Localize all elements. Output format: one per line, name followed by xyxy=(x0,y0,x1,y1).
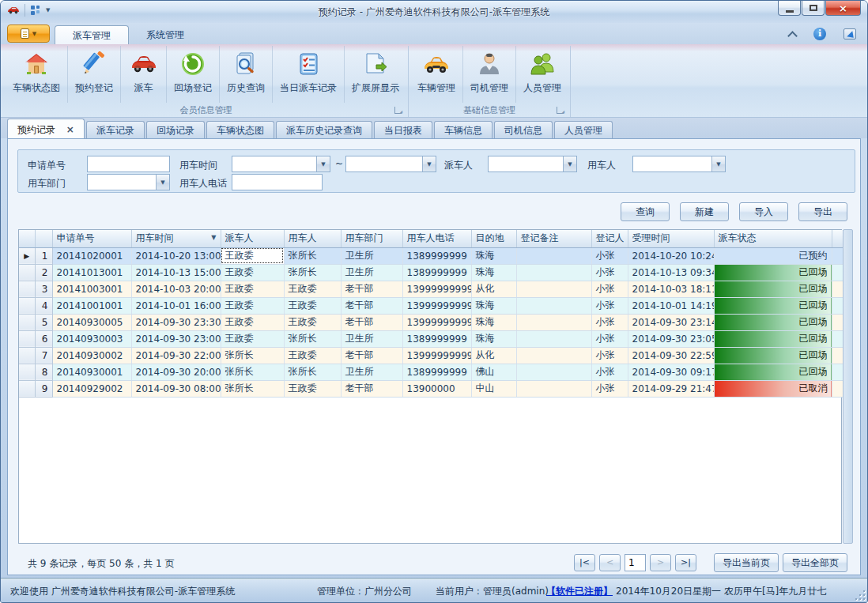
table-row[interactable]: 6201409300032014-09-30 23:00王政委张所长卫生所138… xyxy=(19,330,843,347)
collapse-ribbon-icon[interactable] xyxy=(787,31,798,41)
table-row[interactable]: 9201409290022014-09-30 08:00张所长王政委老干部139… xyxy=(19,380,843,397)
col-user[interactable]: 用车人 xyxy=(284,230,341,247)
cell-phone[interactable]: 1389999999 xyxy=(402,247,471,264)
doc-tab-vehicle-status-map[interactable]: 车辆状态图 xyxy=(206,121,274,138)
cell-dispatcher[interactable]: 张所长 xyxy=(221,380,284,397)
cell-dest[interactable]: 从化 xyxy=(471,347,516,364)
order-no-input[interactable] xyxy=(87,156,170,172)
cell-use-time[interactable]: 2014-09-30 20:00 xyxy=(131,364,221,380)
cell-phone[interactable]: 1389999999 xyxy=(402,364,471,380)
cell-use-time[interactable]: 2014-10-01 16:00 xyxy=(131,297,221,314)
use-time-to-select[interactable]: ▼ xyxy=(345,156,436,172)
resize-grip[interactable] xyxy=(855,590,865,600)
cell-remark[interactable] xyxy=(516,297,591,314)
cell-user[interactable]: 王政委 xyxy=(284,347,341,364)
cell-registrar[interactable]: 小张 xyxy=(591,380,628,397)
cell-user[interactable]: 张所长 xyxy=(284,247,341,264)
col-dept[interactable]: 用车部门 xyxy=(341,230,402,247)
cell-dest[interactable]: 珠海 xyxy=(471,314,516,330)
cell-order-no[interactable]: 20141001001 xyxy=(52,297,131,314)
cell-accept-time[interactable]: 2014-09-29 21:47 xyxy=(628,380,714,397)
cell-accept-time[interactable]: 2014-10-03 18:11 xyxy=(628,281,714,297)
cell-status[interactable]: 已回场 xyxy=(714,347,832,364)
cell-dept[interactable]: 卫生所 xyxy=(341,364,402,380)
cell-dept[interactable]: 老干部 xyxy=(341,314,402,330)
chevron-down-icon[interactable]: ▼ xyxy=(563,156,576,171)
doc-tab-daily-report[interactable]: 当日报表 xyxy=(374,121,432,138)
history-query-button[interactable]: 历史查询 xyxy=(220,46,273,103)
cell-phone[interactable]: 13999999999 xyxy=(402,347,471,364)
doc-tab-dispatch-history-query[interactable]: 派车历史记录查询 xyxy=(276,121,372,138)
cell-accept-time[interactable]: 2014-09-30 23:05 xyxy=(628,330,714,347)
first-page-button[interactable]: |< xyxy=(574,554,595,571)
cell-remark[interactable] xyxy=(516,314,591,330)
cell-dest[interactable]: 佛山 xyxy=(471,364,516,380)
cell-remark[interactable] xyxy=(516,330,591,347)
export-button[interactable]: 导出 xyxy=(798,202,847,221)
cell-dept[interactable]: 卫生所 xyxy=(341,247,402,264)
tab-close-icon[interactable]: × xyxy=(66,124,74,135)
vehicle-status-map-button[interactable]: 车辆状态图 xyxy=(6,46,68,103)
cell-accept-time[interactable]: 2014-10-13 09:34 xyxy=(628,264,714,281)
chevron-down-icon[interactable]: ▼ xyxy=(422,156,436,171)
cell-use-time[interactable]: 2014-09-30 23:00 xyxy=(131,330,221,347)
table-row[interactable]: 5201409300052014-09-30 23:30王政委王政委老干部139… xyxy=(19,314,843,330)
cell-remark[interactable] xyxy=(516,247,591,264)
prev-page-button[interactable]: < xyxy=(599,554,621,571)
vertical-scrollbar[interactable] xyxy=(843,229,853,544)
cell-user[interactable]: 张所长 xyxy=(284,330,341,347)
chevron-down-icon[interactable]: ▼ xyxy=(711,156,725,171)
application-menu-button[interactable]: ▼ xyxy=(7,24,50,43)
cell-dispatcher[interactable]: 王政委 xyxy=(221,281,284,297)
cell-registrar[interactable]: 小张 xyxy=(591,364,628,380)
cell-user[interactable]: 张所长 xyxy=(284,264,341,281)
license-link[interactable]: 【软件已注册】 xyxy=(546,585,613,598)
table-row[interactable]: 7201409300022014-09-30 22:00张所长王政委老干部139… xyxy=(19,347,843,364)
cell-user[interactable]: 王政委 xyxy=(284,314,341,330)
sort-descending-icon[interactable]: ▼ xyxy=(211,234,216,241)
cell-registrar[interactable]: 小张 xyxy=(591,281,628,297)
table-row[interactable]: 3201410030012014-10-03 20:00王政委王政委老干部139… xyxy=(19,281,843,297)
phone-input[interactable] xyxy=(232,174,323,190)
chevron-down-icon[interactable]: ▼ xyxy=(156,175,169,190)
col-remark[interactable]: 登记备注 xyxy=(516,230,591,247)
doc-tab-personnel-manage[interactable]: 人员管理 xyxy=(554,121,613,138)
cell-phone[interactable]: 13999999999 xyxy=(402,297,471,314)
import-button[interactable]: 导入 xyxy=(739,202,788,221)
cell-dept[interactable]: 卫生所 xyxy=(341,264,402,281)
cell-status[interactable]: 已回场 xyxy=(714,297,832,314)
cell-accept-time[interactable]: 2014-09-30 09:17 xyxy=(628,364,714,380)
table-row[interactable]: 4201410010012014-10-01 16:00王政委王政委老干部139… xyxy=(19,297,843,314)
cell-scroll-stub[interactable] xyxy=(832,347,843,364)
cell-use-time[interactable]: 2014-09-30 22:00 xyxy=(131,347,221,364)
cell-remark[interactable] xyxy=(516,281,591,297)
cell-registrar[interactable]: 小张 xyxy=(591,247,628,264)
vehicle-manage-button[interactable]: 车辆管理 xyxy=(410,46,463,103)
cell-dest[interactable]: 从化 xyxy=(471,281,516,297)
group-dialog-launcher-icon[interactable] xyxy=(394,107,402,114)
col-dispatcher[interactable]: 派车人 xyxy=(221,230,284,247)
cell-row-number[interactable]: 8 xyxy=(35,364,52,380)
cell-accept-time[interactable]: 2014-10-01 14:19 xyxy=(628,297,714,314)
export-current-page-button[interactable]: 导出当前页 xyxy=(714,553,779,572)
doc-tab-dispatch-records[interactable]: 派车记录 xyxy=(86,121,145,138)
ribbon-tab-system[interactable]: 系统管理 xyxy=(129,25,202,44)
close-button[interactable]: × xyxy=(825,1,861,16)
cell-order-no[interactable]: 20141013001 xyxy=(52,264,131,281)
cell-status[interactable]: 已回场 xyxy=(714,330,832,347)
cell-dest[interactable]: 珠海 xyxy=(471,247,516,264)
cell-user[interactable]: 王政委 xyxy=(284,297,341,314)
cell-dest[interactable]: 珠海 xyxy=(471,297,516,314)
cell-scroll-stub[interactable] xyxy=(832,380,843,397)
new-button[interactable]: 新建 xyxy=(680,202,729,221)
cell-dispatcher[interactable]: 张所长 xyxy=(221,364,284,380)
table-row[interactable]: ▶1201410200012014-10-20 13:00王政委张所长卫生所13… xyxy=(19,247,843,264)
cell-dept[interactable]: 老干部 xyxy=(341,281,402,297)
return-register-button[interactable]: 回场登记 xyxy=(167,46,220,103)
cell-user[interactable]: 王政委 xyxy=(284,380,341,397)
cell-scroll-stub[interactable] xyxy=(832,297,843,314)
cell-accept-time[interactable]: 2014-09-30 23:14 xyxy=(628,314,714,330)
extended-screen-button[interactable]: 扩展屏显示 xyxy=(345,46,406,103)
export-all-pages-button[interactable]: 导出全部页 xyxy=(783,553,847,572)
dept-select[interactable]: ▼ xyxy=(87,174,170,190)
